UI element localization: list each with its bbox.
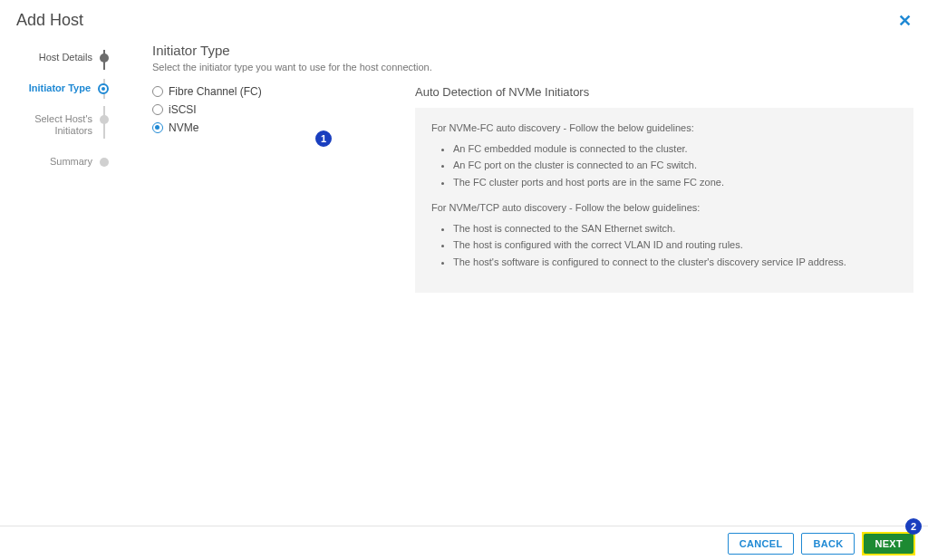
next-highlight: NEXT — [862, 532, 915, 555]
close-icon[interactable]: ✕ — [898, 13, 912, 29]
info-fc-item: The FC cluster ports and host ports are … — [453, 175, 897, 190]
info-tcp-item: The host is connected to the SAN Etherne… — [453, 221, 897, 237]
step-label: Select Host's Initiators — [9, 113, 92, 139]
info-tcp-item: The host is configured with the correct … — [453, 237, 897, 253]
info-panel-title: Auto Detection of NVMe Initiators — [415, 85, 914, 99]
step-host-details[interactable]: Host Details — [9, 52, 109, 64]
annotation-marker-2: 2 — [905, 518, 922, 535]
radio-selected-icon — [152, 122, 163, 133]
next-button[interactable]: NEXT — [864, 534, 914, 554]
dialog-title: Add Host — [16, 11, 83, 30]
step-summary: Summary — [9, 156, 109, 169]
info-panel: For NVMe-FC auto discovery - Follow the … — [415, 108, 914, 293]
radio-icon — [152, 86, 163, 97]
step-label: Initiator Type — [29, 82, 91, 95]
step-marker-pending-icon — [100, 115, 109, 124]
annotation-marker-1: 1 — [315, 130, 332, 147]
cancel-button[interactable]: CANCEL — [728, 533, 795, 555]
info-fc-item: An FC embedded module is connected to th… — [453, 141, 897, 157]
radio-iscsi[interactable]: iSCSI — [152, 103, 361, 116]
step-marker-done-icon — [100, 53, 109, 63]
info-tcp-intro: For NVMe/TCP auto discovery - Follow the… — [431, 200, 897, 216]
radio-fibre-channel[interactable]: Fibre Channel (FC) — [152, 85, 361, 98]
info-fc-item: An FC port on the cluster is connected t… — [453, 158, 897, 173]
step-marker-active-icon — [98, 83, 109, 94]
section-title: Initiator Type — [152, 43, 914, 58]
step-select-hosts-initiators: Select Host's Initiators — [9, 113, 109, 139]
dialog-footer: CANCEL BACK NEXT — [0, 526, 928, 560]
info-fc-intro: For NVMe-FC auto discovery - Follow the … — [431, 121, 897, 136]
step-initiator-type[interactable]: Initiator Type — [9, 82, 109, 95]
info-tcp-item: The host's software is configured to con… — [453, 255, 897, 270]
radio-label: iSCSI — [169, 103, 197, 116]
step-label: Summary — [50, 156, 92, 169]
radio-icon — [152, 104, 163, 115]
radio-label: Fibre Channel (FC) — [169, 85, 262, 98]
step-label: Host Details — [39, 52, 92, 64]
wizard-stepper: Host Details Initiator Type Select Host'… — [0, 35, 118, 525]
section-subtitle: Select the initiator type you want to us… — [152, 62, 914, 72]
back-button[interactable]: BACK — [801, 533, 855, 555]
radio-label: NVMe — [169, 121, 198, 134]
step-marker-pending-icon — [100, 158, 109, 167]
